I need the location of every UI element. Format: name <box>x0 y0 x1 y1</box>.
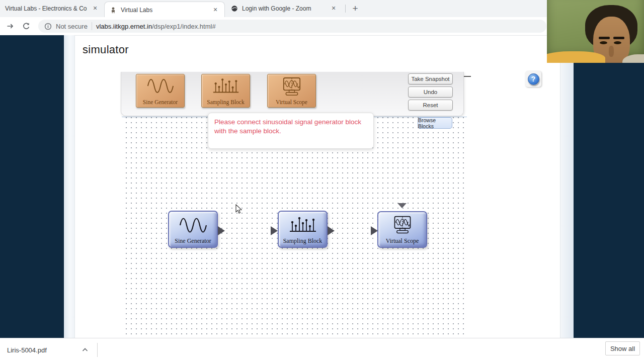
output-port-icon[interactable] <box>328 226 335 235</box>
panel-edge-mark <box>464 76 471 77</box>
reload-icon[interactable] <box>22 22 30 30</box>
screen: Virtual Labs - Electronics & Com × Virtu… <box>0 0 644 362</box>
canvas-block-sine-generator[interactable]: Sine Generator <box>168 211 218 248</box>
webcam-person-eye <box>614 41 621 44</box>
take-snapshot-button[interactable]: Take Snapshot <box>408 73 453 84</box>
not-secure-label: Not secure <box>56 23 88 30</box>
close-icon[interactable]: × <box>211 6 219 14</box>
webcam-person-eyebrow <box>599 37 610 39</box>
right-scrollbar[interactable] <box>560 35 574 338</box>
hint-message-line1: Please connect sinusoidal signal generat… <box>214 118 367 127</box>
hint-message-box: Please connect sinusoidal signal generat… <box>208 113 374 149</box>
url-divider <box>92 22 92 30</box>
right-side-strip <box>574 35 644 338</box>
oscilloscope-icon <box>389 216 416 235</box>
browse-blocks-button[interactable]: Browse Blocks <box>418 117 452 129</box>
webcam-person-eyebrow <box>613 37 624 39</box>
canvas-block-label: Sampling Block <box>283 237 323 245</box>
canvas-block-label: Virtual Scope <box>386 237 419 245</box>
canvas-block-label: Sine Generator <box>175 237 211 245</box>
canvas-block-sampling-block[interactable]: Sampling Block <box>278 211 328 248</box>
oscilloscope-icon <box>278 77 305 97</box>
forward-icon[interactable] <box>6 22 14 30</box>
help-button-backdrop: ? <box>525 71 541 87</box>
webcam-person-eye <box>600 41 607 44</box>
input-port-icon[interactable] <box>271 226 278 235</box>
tab-title: Virtual Labs <box>121 7 207 14</box>
palette-block-sine-generator[interactable]: Sine Generator <box>136 74 185 108</box>
close-icon[interactable]: × <box>330 5 338 13</box>
download-file-name: Liris-5004.pdf <box>7 346 47 354</box>
url-path: /dsp/exp1/index.html# <box>152 23 215 30</box>
top-port-icon[interactable] <box>397 203 407 208</box>
info-icon[interactable] <box>44 23 52 30</box>
canvas-block-virtual-scope[interactable]: Virtual Scope <box>377 211 427 248</box>
left-scrollbar[interactable] <box>64 35 75 338</box>
reset-button[interactable]: Reset <box>408 100 453 111</box>
tab-login-google-zoom[interactable]: Login with Google - Zoom × <box>226 0 343 17</box>
globe-favicon-icon <box>231 5 238 12</box>
undo-button[interactable]: Undo <box>408 86 453 98</box>
hint-message-line2: with the sample block. <box>214 127 367 136</box>
sine-wave-icon <box>146 77 175 95</box>
palette-block-label: Virtual Scope <box>276 99 307 105</box>
download-bar-divider <box>97 343 98 357</box>
webcam-person-shirt <box>547 51 605 63</box>
palette-block-label: Sine Generator <box>143 99 178 105</box>
tab-virtual-labs-electronics[interactable]: Virtual Labs - Electronics & Com × <box>0 0 104 17</box>
palette-block-sampling-block[interactable]: Sampling Block <box>201 74 250 108</box>
tab-divider <box>345 5 346 13</box>
webcam-person-nose <box>609 46 614 57</box>
input-port-icon[interactable] <box>371 226 378 235</box>
new-tab-button[interactable]: + <box>349 3 361 15</box>
left-side-strip <box>0 35 64 338</box>
tab-title: Login with Google - Zoom <box>242 5 326 12</box>
palette-block-virtual-scope[interactable]: Virtual Scope <box>267 74 316 108</box>
url-bar[interactable]: Not secure vlabs.iitkgp.ernet.in/dsp/exp… <box>38 20 546 33</box>
page-title: simulator <box>83 43 129 56</box>
close-icon[interactable]: × <box>91 5 99 13</box>
stem-plot-icon <box>211 77 240 95</box>
tab-title: Virtual Labs - Electronics & Com <box>5 5 87 12</box>
url-domain: vlabs.iitkgp.ernet.in <box>96 23 152 30</box>
output-port-icon[interactable] <box>218 226 225 235</box>
chevron-up-icon[interactable] <box>82 346 89 353</box>
help-icon[interactable]: ? <box>528 73 539 85</box>
virtual-labs-favicon-icon <box>110 7 117 14</box>
tab-virtual-labs-active[interactable]: Virtual Labs × <box>104 2 225 18</box>
palette-block-label: Sampling Block <box>207 99 244 105</box>
mouse-cursor-icon <box>234 204 244 214</box>
stem-plot-icon <box>288 215 318 234</box>
webcam-overlay <box>547 0 644 63</box>
sine-wave-icon <box>178 215 208 235</box>
show-all-button[interactable]: Show all <box>605 341 640 355</box>
